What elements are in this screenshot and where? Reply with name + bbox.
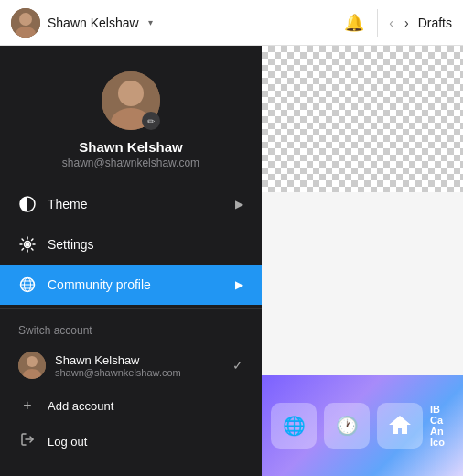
chevron-down-icon: ▾	[148, 17, 153, 27]
settings-icon	[18, 235, 37, 254]
strip-label-line4: Ico	[430, 437, 445, 448]
top-bar: Shawn Kelshaw ▾ 🔔 ‹ › Drafts	[0, 0, 463, 46]
community-icon	[18, 276, 37, 294]
menu-item-community-profile[interactable]: Community profile ▶	[0, 265, 262, 305]
plus-icon: +	[18, 397, 37, 414]
profile-section: ✏ Shawn Kelshaw shawn@shawnkelshaw.com	[0, 46, 262, 184]
checkmark-icon: ✓	[232, 358, 243, 373]
profile-name: Shawn Kelshaw	[79, 139, 182, 155]
right-panel: Shawn Kelshaw @stjohnschurch Shawn Kelsh…	[262, 46, 463, 476]
checkerboard-area	[262, 46, 463, 192]
theme-label: Theme	[48, 197, 224, 211]
profile-email: shawn@shawnkelshaw.com	[62, 157, 199, 169]
strip-label-line3: An	[430, 426, 445, 437]
account-info-1: Shawn Kelshaw shawn@shawnkelshaw.com	[55, 353, 223, 378]
account-name-1: Shawn Kelshaw	[55, 353, 223, 367]
add-account-item[interactable]: + Add account	[0, 388, 262, 423]
add-account-label: Add account	[48, 399, 113, 413]
logout-icon	[18, 432, 37, 450]
strip-history-icon: 🕐	[324, 403, 370, 449]
account-email-1: shawn@shawnkelshaw.com	[55, 367, 223, 378]
drafts-label: Drafts	[418, 16, 452, 30]
svg-point-4	[118, 81, 144, 106]
main-layout: ✏ Shawn Kelshaw shawn@shawnkelshaw.com T…	[0, 46, 463, 476]
menu-item-theme[interactable]: Theme ▶	[0, 184, 262, 224]
top-bar-username: Shawn Kelshaw	[48, 16, 139, 30]
menu-divider	[0, 308, 262, 309]
left-panel-menu: ✏ Shawn Kelshaw shawn@shawnkelshaw.com T…	[0, 46, 262, 476]
forward-arrow-icon[interactable]: ›	[401, 12, 413, 34]
strip-translate-icon: 🌐	[271, 403, 317, 449]
bottom-image-strip: 🌐 🕐 IB Ca An Ico	[262, 375, 463, 476]
nav-arrows: ‹ ›	[385, 12, 412, 34]
menu-item-settings[interactable]: Settings	[0, 224, 262, 265]
logout-label: Log out	[48, 435, 87, 449]
avatar-small	[11, 8, 40, 38]
strip-label-line2: Ca	[430, 415, 445, 426]
logout-item[interactable]: Log out	[0, 423, 262, 460]
divider	[377, 9, 378, 37]
back-arrow-icon[interactable]: ‹	[385, 12, 397, 34]
strip-label-line1: IB	[430, 404, 445, 415]
theme-icon	[18, 195, 37, 213]
community-profile-label: Community profile	[48, 277, 224, 292]
edit-profile-icon[interactable]: ✏	[142, 112, 160, 130]
strip-text-block: IB Ca An Ico	[430, 404, 445, 448]
svg-point-1	[19, 13, 32, 26]
svg-point-15	[27, 356, 38, 367]
svg-point-7	[26, 243, 30, 247]
account-item-1[interactable]: Shawn Kelshaw shawn@shawnkelshaw.com ✓	[0, 342, 262, 388]
strip-home-icon	[377, 403, 423, 449]
community-arrow-icon: ▶	[235, 278, 243, 291]
user-menu-trigger[interactable]: Shawn Kelshaw ▾	[11, 8, 153, 38]
bell-icon[interactable]: 🔔	[339, 7, 370, 38]
theme-arrow-icon: ▶	[235, 198, 243, 211]
switch-account-label: Switch account	[0, 313, 262, 342]
account-avatar-1	[18, 352, 46, 379]
settings-label: Settings	[48, 237, 243, 252]
